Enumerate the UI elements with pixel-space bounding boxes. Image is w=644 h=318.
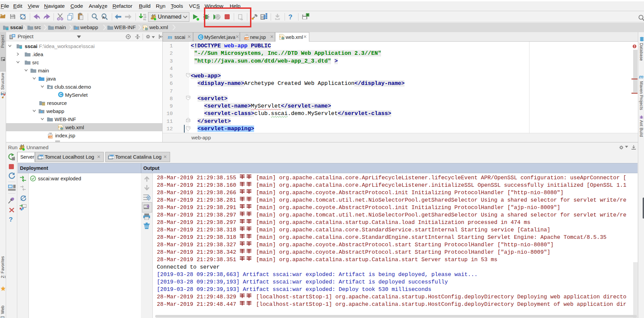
svg-text:C: C bbox=[59, 92, 62, 97]
svg-text:JSP: JSP bbox=[49, 136, 53, 138]
svg-text:JSP: JSP bbox=[245, 38, 249, 40]
svg-text:A: A bbox=[102, 16, 105, 20]
svg-text:C: C bbox=[199, 35, 202, 40]
svg-text:01: 01 bbox=[143, 18, 147, 21]
